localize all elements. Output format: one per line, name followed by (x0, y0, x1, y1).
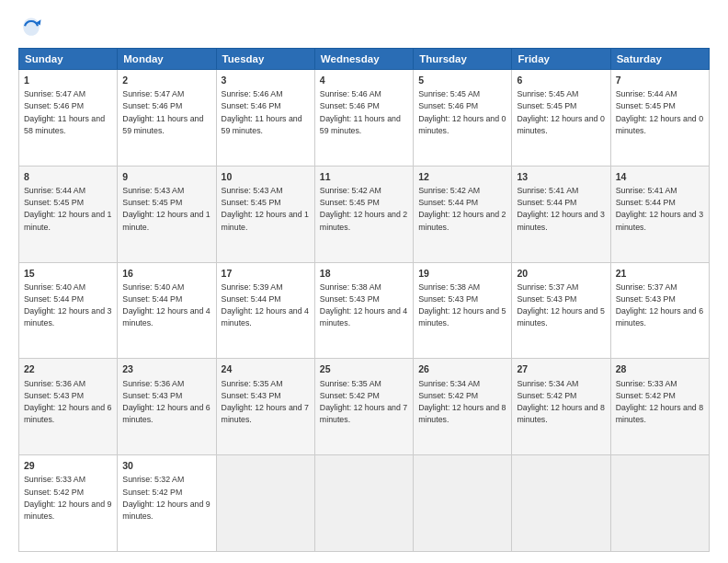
day-info: Sunrise: 5:46 AMSunset: 5:46 PMDaylight:… (222, 89, 302, 135)
calendar-cell (216, 455, 314, 552)
calendar-cell (414, 455, 512, 552)
calendar-header-tuesday: Tuesday (216, 49, 314, 70)
calendar-cell: 17Sunrise: 5:39 AMSunset: 5:44 PMDayligh… (216, 262, 314, 359)
calendar-cell: 7Sunrise: 5:44 AMSunset: 5:45 PMDaylight… (610, 70, 709, 167)
day-info: Sunrise: 5:40 AMSunset: 5:44 PMDaylight:… (122, 282, 210, 328)
calendar-cell: 27Sunrise: 5:34 AMSunset: 5:42 PMDayligh… (512, 359, 610, 455)
day-info: Sunrise: 5:41 AMSunset: 5:44 PMDaylight:… (517, 186, 604, 232)
day-number: 12 (418, 170, 506, 184)
calendar-cell: 2Sunrise: 5:47 AMSunset: 5:46 PMDaylight… (118, 70, 216, 167)
calendar-cell: 29Sunrise: 5:33 AMSunset: 5:42 PMDayligh… (19, 455, 118, 552)
day-info: Sunrise: 5:35 AMSunset: 5:43 PMDaylight:… (222, 379, 309, 425)
calendar-cell (314, 455, 413, 552)
day-number: 22 (24, 362, 112, 376)
day-info: Sunrise: 5:33 AMSunset: 5:42 PMDaylight:… (24, 475, 111, 521)
calendar-table: SundayMondayTuesdayWednesdayThursdayFrid… (18, 48, 710, 552)
day-number: 17 (222, 267, 310, 281)
calendar-cell: 1Sunrise: 5:47 AMSunset: 5:46 PMDaylight… (19, 70, 118, 167)
day-info: Sunrise: 5:44 AMSunset: 5:45 PMDaylight:… (616, 89, 703, 135)
day-number: 11 (320, 170, 408, 184)
calendar-week-3: 22Sunrise: 5:36 AMSunset: 5:43 PMDayligh… (19, 359, 710, 455)
day-info: Sunrise: 5:35 AMSunset: 5:42 PMDaylight:… (320, 379, 407, 425)
calendar-header-row: SundayMondayTuesdayWednesdayThursdayFrid… (19, 49, 710, 70)
day-info: Sunrise: 5:43 AMSunset: 5:45 PMDaylight:… (122, 186, 210, 232)
day-info: Sunrise: 5:36 AMSunset: 5:43 PMDaylight:… (122, 379, 210, 425)
calendar-cell: 19Sunrise: 5:38 AMSunset: 5:43 PMDayligh… (414, 262, 512, 359)
day-number: 6 (517, 74, 605, 87)
calendar-header-thursday: Thursday (414, 49, 512, 70)
day-info: Sunrise: 5:45 AMSunset: 5:46 PMDaylight:… (418, 89, 506, 135)
calendar-week-4: 29Sunrise: 5:33 AMSunset: 5:42 PMDayligh… (19, 455, 710, 552)
calendar-cell: 15Sunrise: 5:40 AMSunset: 5:44 PMDayligh… (19, 262, 118, 359)
calendar-cell: 11Sunrise: 5:42 AMSunset: 5:45 PMDayligh… (314, 166, 413, 262)
day-number: 29 (24, 459, 112, 473)
calendar-week-1: 8Sunrise: 5:44 AMSunset: 5:45 PMDaylight… (19, 166, 710, 262)
calendar-header-monday: Monday (118, 49, 216, 70)
calendar-cell: 20Sunrise: 5:37 AMSunset: 5:43 PMDayligh… (512, 262, 610, 359)
day-number: 4 (320, 74, 408, 87)
calendar-cell: 22Sunrise: 5:36 AMSunset: 5:43 PMDayligh… (19, 359, 118, 455)
day-info: Sunrise: 5:42 AMSunset: 5:44 PMDaylight:… (418, 186, 506, 232)
calendar-cell: 12Sunrise: 5:42 AMSunset: 5:44 PMDayligh… (414, 166, 512, 262)
day-number: 1 (24, 74, 112, 87)
day-number: 28 (616, 362, 704, 376)
day-info: Sunrise: 5:37 AMSunset: 5:43 PMDaylight:… (517, 282, 604, 328)
calendar-cell: 26Sunrise: 5:34 AMSunset: 5:42 PMDayligh… (414, 359, 512, 455)
calendar-cell: 25Sunrise: 5:35 AMSunset: 5:42 PMDayligh… (314, 359, 413, 455)
calendar-cell: 8Sunrise: 5:44 AMSunset: 5:45 PMDaylight… (19, 166, 118, 262)
calendar-header-saturday: Saturday (610, 49, 709, 70)
calendar-cell: 16Sunrise: 5:40 AMSunset: 5:44 PMDayligh… (118, 262, 216, 359)
calendar-cell: 9Sunrise: 5:43 AMSunset: 5:45 PMDaylight… (118, 166, 216, 262)
calendar-cell: 6Sunrise: 5:45 AMSunset: 5:45 PMDaylight… (512, 70, 610, 167)
day-info: Sunrise: 5:32 AMSunset: 5:42 PMDaylight:… (122, 475, 210, 521)
day-number: 5 (418, 74, 506, 87)
logo (18, 15, 48, 40)
day-number: 14 (616, 170, 704, 184)
calendar-cell: 3Sunrise: 5:46 AMSunset: 5:46 PMDaylight… (216, 70, 314, 167)
day-number: 16 (122, 267, 210, 281)
calendar-cell (610, 455, 709, 552)
calendar-cell: 21Sunrise: 5:37 AMSunset: 5:43 PMDayligh… (610, 262, 709, 359)
day-info: Sunrise: 5:45 AMSunset: 5:45 PMDaylight:… (517, 89, 604, 135)
day-number: 27 (517, 362, 605, 376)
logo-icon (18, 15, 44, 40)
day-number: 30 (122, 459, 210, 473)
day-number: 19 (418, 267, 506, 281)
day-info: Sunrise: 5:36 AMSunset: 5:43 PMDaylight:… (24, 379, 111, 425)
day-number: 20 (517, 267, 605, 281)
day-info: Sunrise: 5:47 AMSunset: 5:46 PMDaylight:… (122, 89, 203, 135)
day-info: Sunrise: 5:34 AMSunset: 5:42 PMDaylight:… (517, 379, 604, 425)
day-number: 7 (616, 74, 704, 87)
day-number: 24 (222, 362, 310, 376)
day-number: 25 (320, 362, 408, 376)
day-info: Sunrise: 5:41 AMSunset: 5:44 PMDaylight:… (616, 186, 703, 232)
day-number: 18 (320, 267, 408, 281)
calendar-cell: 14Sunrise: 5:41 AMSunset: 5:44 PMDayligh… (610, 166, 709, 262)
day-number: 21 (616, 267, 704, 281)
calendar-cell: 10Sunrise: 5:43 AMSunset: 5:45 PMDayligh… (216, 166, 314, 262)
day-info: Sunrise: 5:34 AMSunset: 5:42 PMDaylight:… (418, 379, 506, 425)
calendar-cell: 30Sunrise: 5:32 AMSunset: 5:42 PMDayligh… (118, 455, 216, 552)
page: SundayMondayTuesdayWednesdayThursdayFrid… (0, 0, 728, 563)
calendar-cell: 23Sunrise: 5:36 AMSunset: 5:43 PMDayligh… (118, 359, 216, 455)
day-info: Sunrise: 5:46 AMSunset: 5:46 PMDaylight:… (320, 89, 401, 135)
calendar-cell: 28Sunrise: 5:33 AMSunset: 5:42 PMDayligh… (610, 359, 709, 455)
calendar-week-2: 15Sunrise: 5:40 AMSunset: 5:44 PMDayligh… (19, 262, 710, 359)
calendar-cell: 24Sunrise: 5:35 AMSunset: 5:43 PMDayligh… (216, 359, 314, 455)
calendar-cell: 13Sunrise: 5:41 AMSunset: 5:44 PMDayligh… (512, 166, 610, 262)
header (18, 15, 710, 40)
calendar-week-0: 1Sunrise: 5:47 AMSunset: 5:46 PMDaylight… (19, 70, 710, 167)
calendar-body: 1Sunrise: 5:47 AMSunset: 5:46 PMDaylight… (19, 70, 710, 552)
day-info: Sunrise: 5:47 AMSunset: 5:46 PMDaylight:… (24, 89, 105, 135)
day-number: 10 (222, 170, 310, 184)
day-number: 2 (122, 74, 210, 87)
calendar-cell: 18Sunrise: 5:38 AMSunset: 5:43 PMDayligh… (314, 262, 413, 359)
calendar-cell: 4Sunrise: 5:46 AMSunset: 5:46 PMDaylight… (314, 70, 413, 167)
calendar-header-friday: Friday (512, 49, 610, 70)
day-info: Sunrise: 5:44 AMSunset: 5:45 PMDaylight:… (24, 186, 111, 232)
day-number: 3 (222, 74, 310, 87)
day-info: Sunrise: 5:38 AMSunset: 5:43 PMDaylight:… (418, 282, 506, 328)
day-info: Sunrise: 5:42 AMSunset: 5:45 PMDaylight:… (320, 186, 407, 232)
day-number: 9 (122, 170, 210, 184)
calendar-header-sunday: Sunday (19, 49, 118, 70)
